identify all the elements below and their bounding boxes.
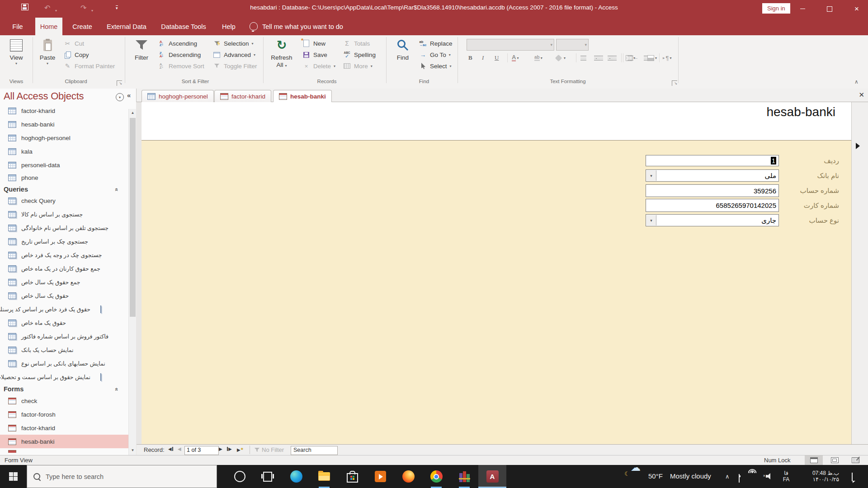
font-color-button[interactable]: A▾ bbox=[512, 52, 519, 63]
sidebar-item-query[interactable]: نمایش حقوق بر اساس سمت و تحصیلات bbox=[0, 370, 128, 384]
layout-view-button[interactable] bbox=[826, 455, 844, 465]
sidebar-item-query[interactable]: جستجوی بر اساس نام کالا bbox=[0, 207, 128, 221]
new-record-button[interactable]: New bbox=[302, 38, 326, 49]
tab-database-tools[interactable]: Database Tools bbox=[156, 18, 212, 35]
tab-home[interactable]: Home bbox=[35, 18, 62, 35]
sidebar-item-query[interactable]: فاکتور فروش بر اساس شماره فاکتور bbox=[0, 329, 128, 343]
close-document-icon[interactable]: ✕ bbox=[859, 91, 864, 99]
nav-pane-collapse-icon[interactable]: « bbox=[127, 91, 131, 99]
paste-button[interactable]: Paste▾ bbox=[35, 37, 60, 66]
copy-button[interactable]: Copy bbox=[63, 49, 89, 60]
previous-record-icon[interactable]: ◀ bbox=[178, 446, 181, 451]
doc-tab-factor-kharid[interactable]: factor-kharid bbox=[214, 90, 271, 102]
sidebar-item-query[interactable]: جستجوی چک در وجه یک فرد خاص bbox=[0, 248, 128, 262]
doc-tab-hoghogh-personel[interactable]: hoghogh-personel bbox=[142, 90, 214, 102]
access-taskbar-button[interactable]: A bbox=[478, 465, 506, 488]
gridlines-button[interactable]: ▾ bbox=[626, 52, 635, 63]
ascending-button[interactable]: AZ↓ Ascending bbox=[157, 38, 197, 49]
new-record-icon[interactable]: ▶* bbox=[237, 446, 243, 453]
remove-sort-button[interactable]: AZ↓ Remove Sort bbox=[157, 61, 204, 71]
sidebar-section-forms[interactable]: Forms« bbox=[4, 383, 128, 395]
nav-pane-scrollbar[interactable]: ▲ ▼ bbox=[128, 109, 137, 455]
tray-chevron-icon[interactable]: ∧ bbox=[725, 473, 730, 480]
collapse-ribbon-icon[interactable]: ∧ bbox=[854, 79, 859, 85]
sidebar-item-query[interactable]: نمایش حساب یک بانک bbox=[0, 343, 128, 357]
toggle-filter-button[interactable]: Toggle Filter bbox=[212, 61, 257, 71]
sidebar-item-table[interactable]: hoghogh-personel bbox=[0, 131, 128, 145]
weather-desc[interactable]: Mostly cloudy bbox=[670, 472, 711, 480]
record-search-input[interactable]: Search bbox=[291, 446, 338, 455]
form-view-button[interactable] bbox=[805, 455, 823, 465]
descending-button[interactable]: ZA↓ Descending bbox=[157, 49, 201, 60]
sign-in-button[interactable]: Sign in bbox=[762, 3, 790, 14]
sidebar-item-form[interactable]: factor-forosh bbox=[0, 408, 128, 421]
sidebar-item-table[interactable]: factor-kharid bbox=[0, 104, 128, 117]
weather-temp[interactable]: 50°F bbox=[648, 472, 663, 480]
tab-external-data[interactable]: External Data bbox=[102, 18, 151, 35]
start-button[interactable] bbox=[0, 465, 27, 488]
collapse-section-icon[interactable]: « bbox=[113, 387, 120, 390]
refresh-all-button[interactable]: ↻ Refresh All ▾ bbox=[268, 37, 296, 69]
nav-pane-menu-icon[interactable]: ▾ bbox=[116, 93, 124, 101]
combo-dropdown-icon[interactable]: ▾ bbox=[646, 215, 656, 225]
text-direction-button[interactable]: ▸¶▾ bbox=[663, 52, 672, 63]
tab-help[interactable]: Help bbox=[216, 18, 241, 35]
tab-file[interactable]: File bbox=[5, 18, 30, 35]
next-record-icon[interactable]: ▶ bbox=[219, 446, 222, 451]
background-color-button[interactable]: ▾ bbox=[556, 52, 566, 63]
clock[interactable]: ب.ظ 07:48 ۱۴۰۰/۱۰/۲۵ bbox=[796, 470, 839, 483]
cortana-button[interactable] bbox=[226, 465, 254, 488]
sidebar-item-table[interactable]: kala bbox=[0, 145, 128, 158]
align-center-button[interactable] bbox=[594, 52, 600, 63]
view-button[interactable]: View▾ bbox=[4, 37, 29, 66]
sidebar-item-query[interactable]: جمع حقوق کارنان در یک ماه خاص bbox=[0, 262, 128, 275]
field-account-type-combo[interactable]: ▾ جاری bbox=[646, 214, 779, 226]
no-filter-button[interactable]: No Filter bbox=[254, 446, 284, 453]
chrome-button[interactable] bbox=[422, 465, 450, 488]
sidebar-item-query[interactable]: نمایش حسابهای بانکی بر اساس نوع bbox=[0, 357, 128, 370]
font-size-combo[interactable]: ▾ bbox=[556, 39, 589, 51]
task-view-button[interactable] bbox=[254, 465, 282, 488]
sidebar-item-query[interactable]: جستجوی چک بر اساس تاریخ bbox=[0, 235, 128, 248]
cut-button[interactable]: ✂Cut bbox=[63, 38, 84, 49]
notification-center-icon[interactable] bbox=[852, 473, 853, 481]
sidebar-item-query[interactable]: حقوق یک فرد خاص بر اساس کد پرسنلی bbox=[0, 302, 128, 316]
first-record-icon[interactable]: ◀ bbox=[168, 446, 173, 451]
sidebar-item-query[interactable]: حقوق یک ماه خاص bbox=[0, 316, 128, 329]
more-button[interactable]: More▾ bbox=[343, 61, 373, 71]
sidebar-item-query[interactable]: حقوق یک سال خاص bbox=[0, 289, 128, 302]
sidebar-item-form[interactable]: factor-kharid bbox=[0, 421, 128, 435]
sidebar-item-table[interactable]: phone bbox=[0, 171, 128, 184]
edge-button[interactable] bbox=[282, 465, 310, 488]
italic-button[interactable]: I bbox=[482, 52, 484, 63]
record-position-box[interactable]: 1 of 3 bbox=[184, 446, 219, 455]
sidebar-item-query[interactable]: check Query bbox=[0, 194, 128, 207]
selection-button[interactable]: ϟ Selection▾ bbox=[212, 38, 254, 49]
sidebar-item-table[interactable]: personeli-data bbox=[0, 158, 128, 172]
taskbar-search-input[interactable]: Type here to search bbox=[27, 465, 217, 488]
go-to-button[interactable]: → Go To▾ bbox=[419, 49, 451, 60]
select-button[interactable]: Select▾ bbox=[419, 61, 452, 71]
sidebar-item-form-selected[interactable]: hesab-banki bbox=[0, 435, 128, 448]
delete-record-button[interactable]: ×Delete▾ bbox=[302, 61, 335, 71]
scrollbar-thumb[interactable] bbox=[130, 118, 136, 317]
format-painter-button[interactable]: ✎Format Painter bbox=[63, 61, 115, 71]
underline-button[interactable]: U bbox=[495, 52, 499, 63]
field-bank-name-combo[interactable]: ▾ ملی bbox=[646, 169, 779, 182]
tab-create[interactable]: Create bbox=[67, 18, 98, 35]
scroll-right-icon[interactable] bbox=[856, 143, 860, 149]
font-family-combo[interactable]: ▾ bbox=[467, 39, 554, 51]
field-account-number[interactable]: 359256 bbox=[646, 184, 779, 197]
save-record-button[interactable]: Save bbox=[302, 49, 327, 60]
movies-tv-button[interactable] bbox=[366, 465, 394, 488]
winrar-button[interactable] bbox=[450, 465, 478, 488]
sidebar-item-query[interactable]: جستجوی تلفن بر اساس نام خانوادگی bbox=[0, 221, 128, 235]
clipboard-dialog-launcher-icon[interactable]: ↘ bbox=[117, 80, 122, 86]
battery-icon[interactable] bbox=[739, 474, 740, 483]
replace-button[interactable]: ab→ac Replace bbox=[419, 38, 453, 49]
spelling-button[interactable]: ABC✓ Spelling bbox=[343, 49, 376, 60]
firefox-button[interactable] bbox=[394, 465, 422, 488]
doc-tab-hesab-banki[interactable]: hesab-banki bbox=[273, 90, 332, 103]
collapse-section-icon[interactable]: « bbox=[113, 188, 120, 191]
language-indicator[interactable]: فا FA bbox=[779, 470, 793, 483]
